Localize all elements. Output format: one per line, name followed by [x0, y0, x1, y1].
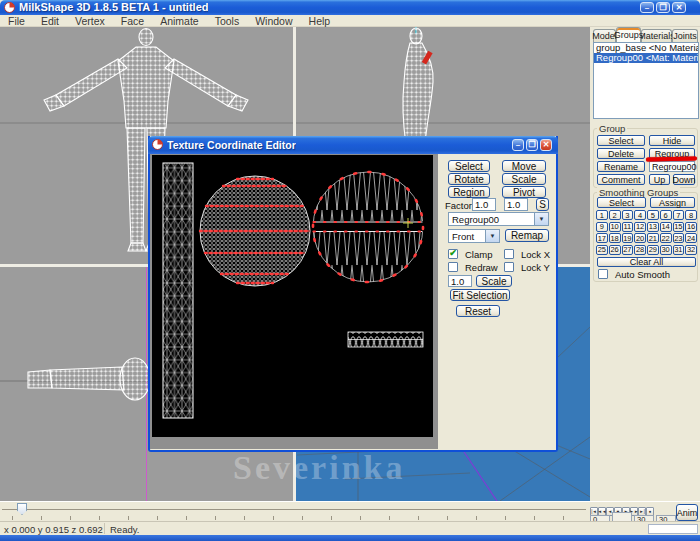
- smoothing-group-button-8[interactable]: 8: [685, 210, 697, 220]
- smoothing-group-button-3[interactable]: 3: [622, 210, 634, 220]
- factor-y-input[interactable]: 1.0: [504, 198, 528, 211]
- menu-item-4[interactable]: Face: [113, 15, 152, 27]
- smoothing-group-button-4[interactable]: 4: [634, 210, 646, 220]
- smoothing-group-button-22[interactable]: 22: [660, 233, 672, 243]
- smoothing-group-button-17[interactable]: 17: [596, 233, 608, 243]
- smoothing-group-button-30[interactable]: 30: [660, 245, 672, 255]
- keyframe-slider-thumb[interactable]: [17, 503, 27, 515]
- rename-input[interactable]: Regroup00: [649, 161, 695, 172]
- scale-apply-button[interactable]: Scale: [476, 275, 512, 287]
- auto-smooth-checkbox[interactable]: ✔: [598, 269, 608, 279]
- rename-button[interactable]: Rename: [597, 161, 645, 172]
- factor-x-input[interactable]: 1.0: [472, 198, 496, 211]
- remap-button[interactable]: Remap: [505, 229, 549, 242]
- menu-item-2[interactable]: Edit: [33, 15, 67, 27]
- menu-item-8[interactable]: Help: [301, 15, 339, 27]
- tab-joints[interactable]: Joints: [672, 29, 698, 42]
- assign-button[interactable]: Assign: [650, 197, 695, 208]
- uv-select-button[interactable]: Select: [448, 160, 490, 172]
- smoothing-group-button-10[interactable]: 10: [609, 222, 621, 232]
- group-listbox[interactable]: group_base <No Material> Regroup00 <Mat:…: [593, 42, 699, 119]
- smoothing-group-button-1[interactable]: 1: [596, 210, 608, 220]
- smoothing-select-button[interactable]: Select: [597, 197, 646, 208]
- view-combo[interactable]: Front ▼: [448, 229, 500, 243]
- menu-item-3[interactable]: Vertex: [67, 15, 113, 27]
- smoothing-group-button-5[interactable]: 5: [647, 210, 659, 220]
- smoothing-group-button-9[interactable]: 9: [596, 222, 608, 232]
- tab-model[interactable]: Model: [593, 29, 616, 42]
- menu-item-1[interactable]: File: [0, 15, 33, 27]
- smoothing-group-button-26[interactable]: 26: [609, 245, 621, 255]
- fit-selection-button[interactable]: Fit Selection: [450, 289, 510, 301]
- dialog-minimize-icon[interactable]: –: [512, 139, 524, 151]
- smoothing-group-button-20[interactable]: 20: [634, 233, 646, 243]
- menu-item-6[interactable]: Tools: [207, 15, 248, 27]
- smoothing-group-button-27[interactable]: 27: [622, 245, 634, 255]
- texture-coordinate-editor-dialog[interactable]: Texture Coordinate Editor – ❐ ✕: [148, 136, 558, 452]
- redraw-checkbox[interactable]: ✔: [448, 262, 458, 272]
- up-button[interactable]: Up: [649, 174, 670, 185]
- smoothing-group-button-2[interactable]: 2: [609, 210, 621, 220]
- smoothing-group-button-24[interactable]: 24: [685, 233, 697, 243]
- window-title: MilkShape 3D 1.8.5 BETA 1 - untitled: [19, 1, 208, 13]
- scale-value-input[interactable]: 1.0: [448, 275, 472, 287]
- s-button[interactable]: S: [536, 198, 549, 211]
- smoothing-group-button-18[interactable]: 18: [609, 233, 621, 243]
- chevron-down-icon[interactable]: ▼: [485, 230, 499, 242]
- dialog-maximize-icon[interactable]: ❐: [526, 139, 538, 151]
- lock-y-checkbox[interactable]: ✔: [504, 262, 514, 272]
- smoothing-group-button-6[interactable]: 6: [660, 210, 672, 220]
- down-button[interactable]: Down: [673, 174, 695, 185]
- view-combo-value: Front: [449, 231, 485, 242]
- clamp-checkbox[interactable]: ✔: [448, 249, 458, 259]
- dialog-close-icon[interactable]: ✕: [540, 139, 552, 151]
- uv-canvas[interactable]: [152, 155, 433, 437]
- hide-button[interactable]: Hide: [649, 135, 695, 146]
- reset-button[interactable]: Reset: [456, 305, 500, 317]
- uv-move-button[interactable]: Move: [502, 160, 546, 172]
- keyframe-slider-track[interactable]: [2, 509, 586, 510]
- smoothing-group-button-32[interactable]: 32: [685, 245, 697, 255]
- window-bottom-border: [0, 535, 700, 541]
- smoothing-group-button-16[interactable]: 16: [685, 222, 697, 232]
- minimize-icon[interactable]: –: [640, 2, 654, 13]
- smoothing-group-button-29[interactable]: 29: [647, 245, 659, 255]
- restore-icon[interactable]: ❐: [656, 2, 670, 13]
- group-combo[interactable]: Regroup00 ▼: [448, 212, 549, 226]
- smoothing-group-button-14[interactable]: 14: [660, 222, 672, 232]
- menu-item-5[interactable]: Animate: [152, 15, 207, 27]
- smoothing-group-button-7[interactable]: 7: [673, 210, 685, 220]
- menu-item-7[interactable]: Window: [247, 15, 300, 27]
- close-icon[interactable]: ✕: [672, 2, 686, 13]
- smoothing-group-button-31[interactable]: 31: [673, 245, 685, 255]
- statusbar-divider: [104, 523, 105, 534]
- uv-pivot-button[interactable]: Pivot: [502, 186, 546, 198]
- dialog-titlebar[interactable]: Texture Coordinate Editor – ❐ ✕: [148, 136, 558, 154]
- tab-groups[interactable]: Groups: [616, 27, 641, 42]
- lock-x-checkbox[interactable]: ✔: [504, 249, 514, 259]
- smoothing-group-button-11[interactable]: 11: [622, 222, 634, 232]
- window-titlebar[interactable]: MilkShape 3D 1.8.5 BETA 1 - untitled – ❐…: [0, 0, 700, 15]
- smoothing-group-button-23[interactable]: 23: [673, 233, 685, 243]
- tab-materials[interactable]: Materials: [641, 29, 672, 42]
- chevron-down-icon[interactable]: ▼: [534, 213, 548, 225]
- smoothing-group-button-12[interactable]: 12: [634, 222, 646, 232]
- uv-rotate-button[interactable]: Rotate: [448, 173, 490, 185]
- smoothing-group-button-28[interactable]: 28: [634, 245, 646, 255]
- uv-canvas-frame: [150, 154, 438, 449]
- uv-region-button[interactable]: Region: [448, 186, 490, 198]
- uv-sphere-dense: [200, 176, 310, 286]
- smoothing-group-button-21[interactable]: 21: [647, 233, 659, 243]
- uv-scale-button[interactable]: Scale: [502, 173, 546, 185]
- smoothing-group-button-19[interactable]: 19: [622, 233, 634, 243]
- clear-all-button[interactable]: Clear All: [597, 257, 696, 267]
- group-select-button[interactable]: Select: [597, 135, 645, 146]
- anim-button[interactable]: Anim: [676, 504, 698, 521]
- smoothing-group-button-15[interactable]: 15: [673, 222, 685, 232]
- group-list-item-selected[interactable]: Regroup00 <Mat: Material01>: [594, 53, 698, 63]
- delete-button[interactable]: Delete: [597, 148, 645, 159]
- dialog-app-icon: [152, 139, 163, 150]
- smoothing-group-button-25[interactable]: 25: [596, 245, 608, 255]
- smoothing-group-button-13[interactable]: 13: [647, 222, 659, 232]
- comment-button[interactable]: Comment: [597, 174, 645, 185]
